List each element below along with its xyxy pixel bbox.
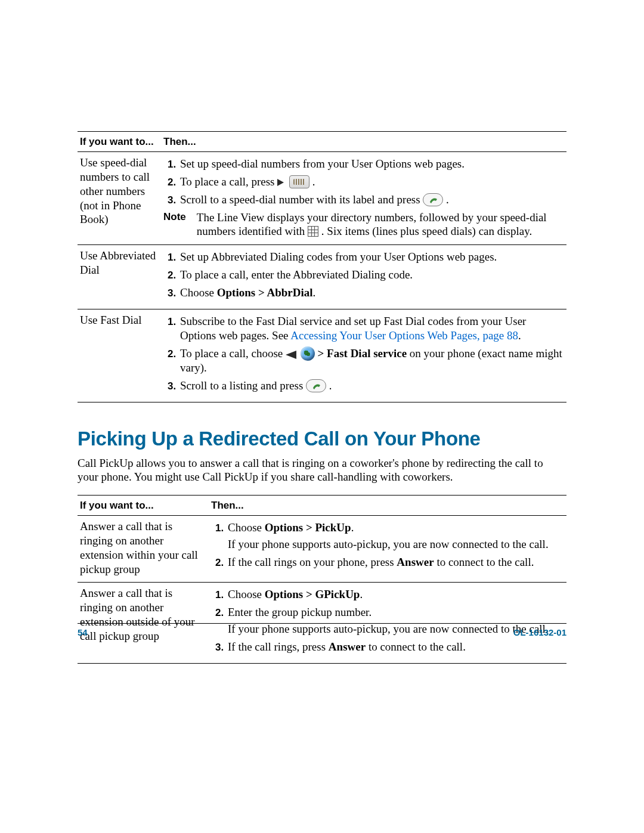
then-cell: Set up Abbreviated Dialing codes from yo… — [161, 245, 566, 309]
back-icon — [286, 351, 296, 359]
services-globe-icon — [301, 346, 315, 361]
list-item: Choose Options > GPickUp. — [227, 587, 564, 602]
list-item: Scroll to a speed-dial number with its l… — [179, 193, 564, 207]
then-cell: Subscribe to the Fast Dial service and s… — [161, 309, 566, 402]
list-item: If the call rings on your phone, press A… — [227, 555, 564, 569]
list-item: To place a call, choose > Fast Dial serv… — [179, 346, 564, 375]
section-body: Call PickUp allows you to answer a call … — [78, 456, 566, 485]
link-user-options[interactable]: Accessing Your User Options Web Pages, p… — [290, 329, 518, 342]
list-item: Set up Abbreviated Dialing codes from yo… — [179, 250, 564, 264]
step-text: To place a call, enter the Abbreviated D… — [180, 268, 413, 281]
list-item: Subscribe to the Fast Dial service and s… — [179, 314, 564, 343]
speaker-button-icon — [289, 175, 309, 188]
speed-dial-table: If you want to... Then... Use speed-dial… — [78, 131, 566, 402]
line-view-icon — [308, 226, 318, 237]
then-cell: Choose Options > PickUp. If your phone s… — [209, 516, 566, 583]
step-text: If the call rings on your phone, press — [228, 556, 397, 568]
note-label: Note — [163, 210, 186, 239]
if-cell: Use speed-dial numbers to call other num… — [78, 152, 161, 245]
step-text: to connect to the call. — [366, 640, 466, 653]
list-item: If the call rings, press Answer to conne… — [227, 640, 564, 654]
step-text: If the call rings, press — [228, 640, 329, 653]
step-text: to connect to the call. — [434, 556, 534, 568]
col-if-header: If you want to... — [78, 132, 161, 152]
table-row: Answer a call that is ringing on another… — [78, 516, 566, 583]
doc-number: OL-16132-01 — [513, 627, 566, 639]
table-row: Use speed-dial numbers to call other num… — [78, 152, 566, 245]
softkey-name: Answer — [329, 640, 366, 653]
menu-path: Options > AbbrDial — [217, 286, 313, 299]
section-heading: Picking Up a Redirected Call on Your Pho… — [78, 426, 566, 451]
if-cell: Use Abbreviated Dial — [78, 245, 161, 309]
table-row: Use Fast Dial Subscribe to the Fast Dial… — [78, 309, 566, 402]
page-footer: 54 OL-16132-01 — [78, 623, 566, 639]
step-text: Enter the group pickup number. — [228, 606, 371, 618]
play-icon — [277, 179, 284, 186]
step-text: . — [351, 521, 354, 534]
list-item: To place a call, enter the Abbreviated D… — [179, 268, 564, 282]
note-segment: . Six items (lines plus speed dials) can… — [321, 225, 532, 237]
step-text: . — [329, 379, 332, 392]
list-item: Scroll to a listing and press . — [179, 379, 564, 393]
step-text: If your phone supports auto-pickup, you … — [228, 538, 549, 550]
list-item: To place a call, press . — [179, 175, 564, 189]
step-text: . — [312, 175, 315, 188]
menu-path: Options > PickUp — [265, 521, 351, 534]
step-text: Scroll to a speed-dial number with its l… — [180, 193, 423, 206]
col-if-header: If you want to... — [78, 496, 209, 516]
if-cell: Use Fast Dial — [78, 309, 161, 402]
note-text: The Line View displays your directory nu… — [197, 210, 564, 239]
note: Note The Line View displays your directo… — [163, 210, 564, 239]
list-item: Choose Options > AbbrDial. — [179, 286, 564, 300]
step-text: To place a call, choose — [180, 347, 286, 360]
if-cell: Answer a call that is ringing on another… — [78, 516, 209, 583]
page-number: 54 — [78, 627, 88, 639]
then-cell: Set up speed-dial numbers from your User… — [161, 152, 566, 245]
step-text: . — [313, 286, 316, 299]
menu-path: > Fast Dial service — [317, 347, 407, 360]
col-then-header: Then... — [209, 496, 566, 516]
step-text: . — [518, 329, 521, 342]
softkey-name: Answer — [397, 556, 434, 568]
step-text: Choose — [228, 521, 265, 534]
page-content: If you want to... Then... Use speed-dial… — [78, 131, 566, 664]
dial-button-icon — [306, 379, 326, 392]
menu-path: Options > GPickUp — [265, 588, 360, 600]
step-text: . — [446, 193, 449, 206]
step-text: Set up Abbreviated Dialing codes from yo… — [180, 250, 497, 263]
step-text: Scroll to a listing and press — [180, 379, 306, 392]
step-text: Set up speed-dial numbers from your User… — [180, 157, 465, 170]
step-text: Choose — [180, 286, 217, 299]
step-text: To place a call, press — [180, 175, 277, 188]
step-text: Choose — [228, 588, 265, 600]
list-item: Choose Options > PickUp. If your phone s… — [227, 521, 564, 552]
table-row: Use Abbreviated Dial Set up Abbreviated … — [78, 245, 566, 309]
step-text: . — [360, 588, 363, 600]
list-item: Set up speed-dial numbers from your User… — [179, 157, 564, 171]
dial-button-icon — [423, 193, 443, 206]
col-then-header: Then... — [161, 132, 566, 152]
